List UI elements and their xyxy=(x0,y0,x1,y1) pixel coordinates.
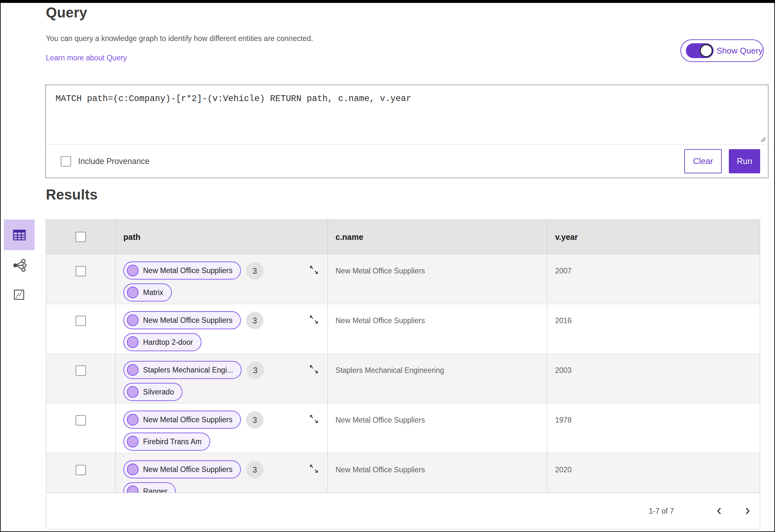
pagination-range-label: 1-7 of 7 xyxy=(649,507,674,516)
cname-cell: New Metal Office Suppliers xyxy=(335,453,547,474)
path-count-badge: 3 xyxy=(246,461,263,478)
node-icon xyxy=(127,464,138,475)
show-query-toggle[interactable]: Show Query xyxy=(680,39,764,62)
path-node-pill[interactable]: Ranger xyxy=(123,482,176,493)
vyear-cell: 2016 xyxy=(555,304,760,325)
path-node-label: Firebird Trans Am xyxy=(143,437,202,446)
query-footer: Include Provenance Clear Run xyxy=(46,145,768,178)
path-count-badge: 3 xyxy=(246,312,263,329)
path-node-pill[interactable]: Firebird Trans Am xyxy=(123,433,210,451)
path-node-label: New Metal Office Suppliers xyxy=(143,266,232,275)
results-table-card: path c.name v.year New Metal Office Supp… xyxy=(46,220,760,529)
table-row: Staplers Mechanical Engi... Silverado 3 … xyxy=(46,353,760,403)
query-editor-box: MATCH path=(c:Company)-[r*2]-(v:Vehicle)… xyxy=(45,85,769,178)
toggle-switch-icon[interactable] xyxy=(686,43,714,58)
path-node-label: Matrix xyxy=(143,288,163,297)
path-count-badge: 3 xyxy=(246,411,263,429)
node-icon xyxy=(127,486,138,493)
path-node-pill[interactable]: Matrix xyxy=(123,283,172,302)
path-node-label: New Metal Office Suppliers xyxy=(143,415,232,424)
table-view-icon xyxy=(12,227,27,243)
table-row: New Metal Office Suppliers Ranger 3 New … xyxy=(46,453,760,493)
cname-cell: New Metal Office Suppliers xyxy=(335,404,547,425)
query-page: Query You can query a knowledge graph to… xyxy=(0,0,775,532)
select-all-checkbox[interactable] xyxy=(76,232,86,242)
vyear-cell: 2020 xyxy=(555,453,760,474)
cname-cell: New Metal Office Suppliers xyxy=(335,254,547,275)
path-node-label: New Metal Office Suppliers xyxy=(143,465,232,474)
row-checkbox[interactable] xyxy=(76,415,86,425)
path-node-pill[interactable]: New Metal Office Suppliers xyxy=(123,460,241,478)
column-header-vyear: v.year xyxy=(547,220,760,254)
chart-view-icon xyxy=(12,288,26,302)
table-row: New Metal Office Suppliers Hardtop 2-doo… xyxy=(46,304,760,353)
path-node-pill[interactable]: Hardtop 2-door xyxy=(123,333,201,351)
top-border-bar xyxy=(1,0,775,3)
node-icon xyxy=(127,287,138,298)
resize-handle-icon[interactable] xyxy=(758,135,767,143)
query-textarea-wrap: MATCH path=(c:Company)-[r*2]-(v:Vehicle)… xyxy=(46,85,768,145)
row-checkbox[interactable] xyxy=(76,316,86,326)
expand-path-button[interactable] xyxy=(309,364,319,374)
table-header-row: path c.name v.year xyxy=(46,220,760,254)
chart-view-button[interactable] xyxy=(12,288,26,302)
include-provenance-label: Include Provenance xyxy=(78,157,149,166)
node-icon xyxy=(127,436,138,447)
cname-cell: New Metal Office Suppliers xyxy=(335,304,547,325)
query-input[interactable]: MATCH path=(c:Company)-[r*2]-(v:Vehicle)… xyxy=(46,85,768,144)
path-node-label: Ranger xyxy=(143,487,167,493)
run-button[interactable]: Run xyxy=(729,149,760,173)
vyear-cell: 1978 xyxy=(555,404,760,425)
graph-view-icon xyxy=(11,258,27,273)
path-node-label: Hardtop 2-door xyxy=(143,338,193,347)
expand-path-button[interactable] xyxy=(309,414,319,424)
cname-cell: Staplers Mechanical Engineering xyxy=(335,354,547,375)
table-row: New Metal Office Suppliers Matrix 3 New … xyxy=(46,254,760,304)
vyear-cell: 2007 xyxy=(555,254,760,275)
node-icon xyxy=(127,414,138,425)
expand-path-button[interactable] xyxy=(309,265,319,275)
path-node-label: New Metal Office Suppliers xyxy=(143,316,232,325)
include-provenance-checkbox[interactable] xyxy=(61,156,71,167)
node-icon xyxy=(127,265,138,276)
path-count-badge: 3 xyxy=(247,362,264,379)
row-checkbox[interactable] xyxy=(76,365,86,376)
path-node-pill[interactable]: Silverado xyxy=(123,383,182,401)
page-title: Query xyxy=(46,5,87,21)
expand-path-button[interactable] xyxy=(309,314,319,325)
path-node-label: Staplers Mechanical Engi... xyxy=(143,366,233,374)
node-icon xyxy=(127,364,138,376)
node-icon xyxy=(127,386,138,398)
row-checkbox[interactable] xyxy=(76,266,86,276)
show-query-label: Show Query xyxy=(717,46,763,56)
path-node-pill[interactable]: New Metal Office Suppliers xyxy=(123,261,241,280)
previous-page-button[interactable] xyxy=(712,504,727,518)
pagination-bar: 1-7 of 7 xyxy=(46,493,760,529)
path-node-pill[interactable]: New Metal Office Suppliers xyxy=(123,311,241,329)
row-checkbox[interactable] xyxy=(76,465,86,475)
path-node-label: Silverado xyxy=(143,388,174,396)
column-header-cname: c.name xyxy=(328,220,547,254)
learn-more-link[interactable]: Learn more about Query xyxy=(46,54,127,62)
node-icon xyxy=(127,336,138,348)
path-node-pill[interactable]: New Metal Office Suppliers xyxy=(123,411,241,429)
node-icon xyxy=(127,314,138,326)
graph-view-button[interactable] xyxy=(11,258,27,273)
results-title: Results xyxy=(46,187,97,203)
expand-path-button[interactable] xyxy=(309,464,319,474)
table-view-button[interactable] xyxy=(4,220,35,250)
clear-button[interactable]: Clear xyxy=(684,149,722,173)
toggle-knob xyxy=(700,44,713,57)
column-header-path: path xyxy=(116,220,328,254)
next-page-button[interactable] xyxy=(740,504,755,518)
vyear-cell: 2003 xyxy=(555,354,760,375)
table-row: New Metal Office Suppliers Firebird Tran… xyxy=(46,403,760,453)
query-description: You can query a knowledge graph to ident… xyxy=(46,34,313,43)
path-count-badge: 3 xyxy=(246,262,263,280)
path-node-pill[interactable]: Staplers Mechanical Engi... xyxy=(123,361,241,379)
